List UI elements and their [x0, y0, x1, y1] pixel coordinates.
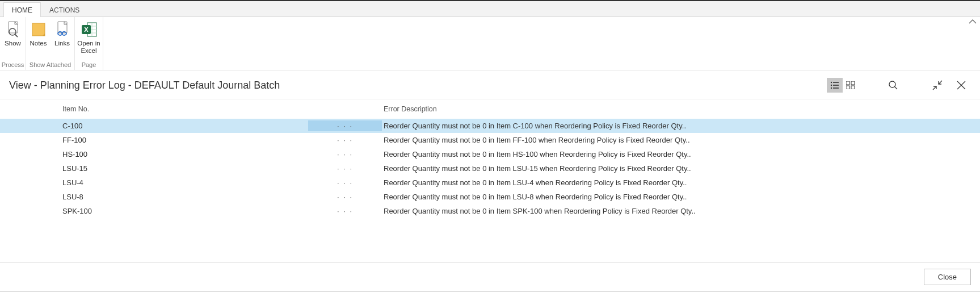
cell-item-no: FF-100 [61, 136, 308, 144]
ribbon-button-open-in-excel[interactable]: X Open in Excel [75, 19, 103, 60]
ribbon-group-label: Page [75, 60, 103, 70]
cell-error-description: Reorder Quantity must not be 0 in Item L… [382, 193, 980, 201]
svg-rect-3 [32, 23, 45, 36]
table-row[interactable]: LSU-4· · ·Reorder Quantity must not be 0… [0, 176, 980, 190]
ribbon-button-label: Links [54, 40, 70, 47]
table-row[interactable]: HS-100· · ·Reorder Quantity must not be … [0, 147, 980, 161]
ribbon-button-notes[interactable]: Notes [27, 19, 51, 60]
svg-rect-18 [833, 85, 839, 86]
cell-error-description: Reorder Quantity must not be 0 in Item L… [382, 178, 980, 187]
table-row[interactable]: LSU-15· · ·Reorder Quantity must not be … [0, 161, 980, 176]
cell-item-no: LSU-8 [61, 193, 308, 201]
ellipsis-icon: · · · [308, 191, 382, 202]
search-icon [888, 80, 898, 90]
table-row[interactable]: C-100· · ·Reorder Quantity must not be 0… [0, 119, 980, 133]
row-actions-button[interactable]: · · · [308, 135, 382, 145]
svg-line-26 [895, 87, 898, 90]
svg-text:X: X [84, 26, 89, 33]
cell-error-description: Reorder Quantity must not be 0 in Item C… [382, 122, 980, 130]
svg-line-2 [15, 34, 18, 37]
view-list-button[interactable] [827, 78, 843, 93]
document-link-icon [53, 20, 71, 39]
chevron-up-icon [969, 19, 977, 24]
ellipsis-icon: · · · [308, 163, 382, 174]
document-magnify-icon [4, 20, 22, 39]
ribbon-button-label: Notes [30, 40, 47, 47]
view-tiles-button[interactable] [843, 78, 859, 93]
row-actions-button[interactable]: · · · [308, 206, 382, 216]
svg-line-27 [939, 81, 942, 84]
tab-actions[interactable]: ACTIONS [41, 2, 88, 17]
grid-header: Item No. Error Description [0, 99, 980, 119]
table-row[interactable]: FF-100· · ·Reorder Quantity must not be … [0, 133, 980, 147]
cell-item-no: SPK-100 [61, 207, 308, 215]
tab-home[interactable]: HOME [3, 2, 41, 17]
ribbon-group-label: Show Attached [26, 60, 74, 70]
ellipsis-icon: · · · [308, 149, 382, 160]
svg-point-15 [831, 82, 832, 83]
ellipsis-icon: · · · [308, 135, 382, 145]
svg-rect-23 [846, 86, 849, 89]
tiles-view-icon [846, 81, 855, 89]
ribbon-collapse-toggle[interactable] [969, 18, 977, 26]
list-view-icon [830, 81, 839, 89]
svg-rect-24 [851, 86, 855, 89]
cell-error-description: Reorder Quantity must not be 0 in Item H… [382, 150, 980, 158]
cell-error-description: Reorder Quantity must not be 0 in Item L… [382, 164, 980, 173]
svg-rect-22 [851, 81, 855, 85]
svg-rect-20 [833, 87, 839, 89]
cell-error-description: Reorder Quantity must not be 0 in Item F… [382, 136, 980, 144]
row-actions-button[interactable]: · · · [308, 177, 382, 188]
row-actions-button[interactable]: · · · [308, 191, 382, 202]
error-log-grid: Item No. Error Description C-100· · ·Reo… [0, 99, 980, 263]
column-header-item-no[interactable]: Item No. [61, 105, 308, 113]
column-header-error-description[interactable]: Error Description [382, 105, 980, 113]
footer: Close [0, 262, 980, 292]
svg-point-17 [831, 85, 832, 86]
ellipsis-icon: · · · [308, 206, 382, 216]
ellipsis-icon: · · · [308, 177, 382, 188]
table-row[interactable]: LSU-8· · ·Reorder Quantity must not be 0… [0, 190, 980, 204]
cell-item-no: HS-100 [61, 150, 308, 158]
cell-item-no: LSU-15 [61, 164, 308, 173]
svg-rect-21 [846, 81, 849, 85]
close-button[interactable]: Close [924, 269, 971, 285]
cell-item-no: C-100 [61, 122, 308, 130]
svg-rect-16 [833, 82, 839, 83]
search-button[interactable] [884, 77, 903, 93]
cell-error-description: Reorder Quantity must not be 0 in Item S… [382, 207, 980, 215]
close-icon [956, 80, 966, 90]
ribbon: Show Process Notes [0, 17, 980, 70]
row-actions-button[interactable]: · · · [308, 149, 382, 160]
ribbon-button-show[interactable]: Show [1, 19, 25, 60]
ellipsis-icon: · · · [308, 120, 382, 131]
page-title: View - Planning Error Log - DEFAULT Defa… [9, 80, 827, 91]
collapse-button[interactable] [928, 77, 947, 93]
svg-point-25 [889, 81, 895, 87]
ribbon-tabstrip: HOME ACTIONS [0, 1, 980, 17]
sticky-note-icon [30, 20, 48, 39]
ribbon-button-label: Show [5, 40, 21, 47]
row-actions-button[interactable]: · · · [308, 163, 382, 174]
cell-item-no: LSU-4 [61, 178, 308, 187]
ribbon-group-label: Process [0, 60, 26, 70]
ribbon-button-links[interactable]: Links [51, 19, 74, 60]
svg-line-28 [933, 86, 936, 90]
ribbon-button-label: Open in Excel [77, 40, 102, 55]
svg-point-19 [831, 87, 832, 89]
close-x-button[interactable] [952, 77, 971, 93]
table-row[interactable]: SPK-100· · ·Reorder Quantity must not be… [0, 204, 980, 218]
row-actions-button[interactable]: · · · [308, 120, 382, 131]
excel-icon: X [80, 20, 98, 39]
view-mode-toggle [827, 78, 859, 93]
shrink-icon [932, 80, 943, 90]
